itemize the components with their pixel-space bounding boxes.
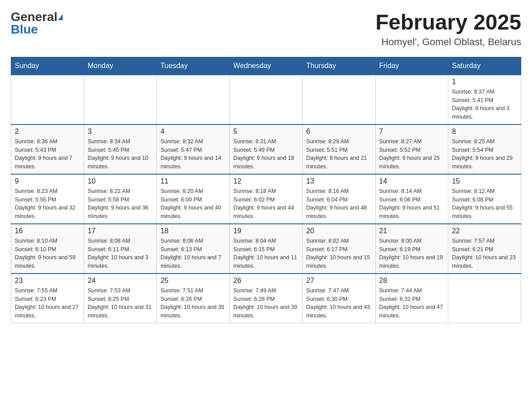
day-info: Sunrise: 7:55 AMSunset: 6:23 PMDaylight:… — [15, 287, 80, 320]
calendar-cell: 18Sunrise: 8:06 AMSunset: 6:13 PMDayligh… — [157, 224, 230, 274]
logo-general-text: General — [11, 11, 57, 23]
day-number: 9 — [15, 177, 80, 185]
day-info: Sunrise: 8:12 AMSunset: 6:08 PMDaylight:… — [452, 187, 517, 221]
day-info: Sunrise: 8:27 AMSunset: 5:52 PMDaylight:… — [379, 137, 445, 171]
header-wednesday: Wednesday — [230, 57, 303, 75]
day-number: 14 — [379, 177, 445, 185]
day-info: Sunrise: 8:32 AMSunset: 5:47 PMDaylight:… — [160, 137, 226, 171]
day-info: Sunrise: 8:02 AMSunset: 6:17 PMDaylight:… — [306, 237, 372, 270]
calendar-week-row: 16Sunrise: 8:10 AMSunset: 6:10 PMDayligh… — [11, 224, 521, 274]
header-sunday: Sunday — [11, 57, 84, 75]
day-number: 22 — [452, 227, 517, 235]
calendar-cell: 6Sunrise: 8:29 AMSunset: 5:51 PMDaylight… — [302, 124, 375, 174]
day-info: Sunrise: 7:57 AMSunset: 6:21 PMDaylight:… — [452, 237, 517, 270]
logo-blue-text: Blue — [11, 23, 38, 36]
calendar-cell: 3Sunrise: 8:34 AMSunset: 5:45 PMDaylight… — [84, 124, 157, 174]
calendar-cell: 12Sunrise: 8:18 AMSunset: 6:02 PMDayligh… — [230, 174, 303, 224]
day-number: 23 — [15, 277, 80, 285]
day-info: Sunrise: 7:47 AMSunset: 6:30 PMDaylight:… — [306, 287, 372, 320]
day-number: 3 — [88, 128, 153, 136]
day-number: 27 — [306, 277, 372, 285]
calendar-subtitle: Homyel', Gomel Oblast, Belarus — [375, 36, 521, 48]
header-thursday: Thursday — [302, 57, 375, 75]
day-number: 19 — [233, 227, 299, 235]
calendar-cell: 19Sunrise: 8:04 AMSunset: 6:15 PMDayligh… — [230, 224, 303, 274]
day-info: Sunrise: 7:44 AMSunset: 6:32 PMDaylight:… — [379, 287, 445, 320]
calendar-cell: 5Sunrise: 8:31 AMSunset: 5:49 PMDaylight… — [230, 124, 303, 174]
day-info: Sunrise: 8:25 AMSunset: 5:54 PMDaylight:… — [452, 137, 517, 171]
day-info: Sunrise: 8:31 AMSunset: 5:49 PMDaylight:… — [233, 137, 299, 171]
day-number: 10 — [88, 177, 153, 185]
calendar-cell — [448, 274, 521, 323]
day-number: 4 — [160, 128, 226, 136]
day-info: Sunrise: 8:00 AMSunset: 6:19 PMDaylight:… — [379, 237, 445, 270]
day-number: 28 — [379, 277, 445, 285]
calendar-week-row: 23Sunrise: 7:55 AMSunset: 6:23 PMDayligh… — [11, 274, 521, 323]
day-info: Sunrise: 8:06 AMSunset: 6:13 PMDaylight:… — [160, 237, 226, 270]
calendar-cell: 10Sunrise: 8:22 AMSunset: 5:58 PMDayligh… — [84, 174, 157, 224]
day-info: Sunrise: 8:29 AMSunset: 5:51 PMDaylight:… — [306, 137, 372, 171]
day-info: Sunrise: 8:22 AMSunset: 5:58 PMDaylight:… — [88, 187, 153, 221]
calendar-cell: 27Sunrise: 7:47 AMSunset: 6:30 PMDayligh… — [302, 274, 375, 323]
header-friday: Friday — [375, 57, 448, 75]
day-number: 5 — [233, 128, 299, 136]
day-number: 6 — [306, 128, 372, 136]
calendar-header-row: Sunday Monday Tuesday Wednesday Thursday… — [11, 57, 521, 75]
day-info: Sunrise: 8:08 AMSunset: 6:11 PMDaylight:… — [88, 237, 153, 270]
logo-triangle-icon — [58, 14, 63, 20]
day-number: 12 — [233, 177, 299, 185]
day-number: 7 — [379, 128, 445, 136]
day-info: Sunrise: 8:36 AMSunset: 5:43 PMDaylight:… — [15, 137, 80, 171]
calendar-cell: 21Sunrise: 8:00 AMSunset: 6:19 PMDayligh… — [375, 224, 448, 274]
calendar-cell: 17Sunrise: 8:08 AMSunset: 6:11 PMDayligh… — [84, 224, 157, 274]
title-block: February 2025 Homyel', Gomel Oblast, Bel… — [375, 11, 521, 48]
day-info: Sunrise: 8:20 AMSunset: 6:00 PMDaylight:… — [160, 187, 226, 221]
calendar-cell — [302, 75, 375, 124]
logo: General Blue — [11, 11, 63, 36]
calendar-cell: 25Sunrise: 7:51 AMSunset: 6:26 PMDayligh… — [157, 274, 230, 323]
calendar-cell: 22Sunrise: 7:57 AMSunset: 6:21 PMDayligh… — [448, 224, 521, 274]
calendar-title: February 2025 — [375, 11, 521, 34]
day-number: 18 — [160, 227, 226, 235]
day-number: 26 — [233, 277, 299, 285]
header-saturday: Saturday — [448, 57, 521, 75]
calendar-cell — [230, 75, 303, 124]
day-number: 16 — [15, 227, 80, 235]
calendar-cell: 1Sunrise: 8:37 AMSunset: 5:41 PMDaylight… — [448, 75, 521, 124]
header-monday: Monday — [84, 57, 157, 75]
calendar-cell: 24Sunrise: 7:53 AMSunset: 6:25 PMDayligh… — [84, 274, 157, 323]
calendar-cell: 4Sunrise: 8:32 AMSunset: 5:47 PMDaylight… — [157, 124, 230, 174]
day-number: 13 — [306, 177, 372, 185]
calendar-cell: 9Sunrise: 8:23 AMSunset: 5:56 PMDaylight… — [11, 174, 84, 224]
day-number: 15 — [452, 177, 517, 185]
calendar-week-row: 9Sunrise: 8:23 AMSunset: 5:56 PMDaylight… — [11, 174, 521, 224]
day-info: Sunrise: 7:49 AMSunset: 6:28 PMDaylight:… — [233, 287, 299, 320]
calendar-cell: 13Sunrise: 8:16 AMSunset: 6:04 PMDayligh… — [302, 174, 375, 224]
header-tuesday: Tuesday — [157, 57, 230, 75]
day-info: Sunrise: 8:10 AMSunset: 6:10 PMDaylight:… — [15, 237, 80, 270]
calendar-cell: 14Sunrise: 8:14 AMSunset: 6:06 PMDayligh… — [375, 174, 448, 224]
calendar-cell — [157, 75, 230, 124]
day-info: Sunrise: 8:37 AMSunset: 5:41 PMDaylight:… — [452, 88, 517, 121]
calendar-cell: 28Sunrise: 7:44 AMSunset: 6:32 PMDayligh… — [375, 274, 448, 323]
calendar-cell: 26Sunrise: 7:49 AMSunset: 6:28 PMDayligh… — [230, 274, 303, 323]
calendar-cell: 8Sunrise: 8:25 AMSunset: 5:54 PMDaylight… — [448, 124, 521, 174]
calendar-week-row: 1Sunrise: 8:37 AMSunset: 5:41 PMDaylight… — [11, 75, 521, 124]
day-info: Sunrise: 8:14 AMSunset: 6:06 PMDaylight:… — [379, 187, 445, 221]
day-info: Sunrise: 8:16 AMSunset: 6:04 PMDaylight:… — [306, 187, 372, 221]
calendar-cell: 20Sunrise: 8:02 AMSunset: 6:17 PMDayligh… — [302, 224, 375, 274]
calendar-cell: 11Sunrise: 8:20 AMSunset: 6:00 PMDayligh… — [157, 174, 230, 224]
day-info: Sunrise: 8:18 AMSunset: 6:02 PMDaylight:… — [233, 187, 299, 221]
page-header: General Blue February 2025 Homyel', Gome… — [11, 11, 521, 48]
calendar-cell: 2Sunrise: 8:36 AMSunset: 5:43 PMDaylight… — [11, 124, 84, 174]
calendar-cell: 23Sunrise: 7:55 AMSunset: 6:23 PMDayligh… — [11, 274, 84, 323]
day-number: 11 — [160, 177, 226, 185]
calendar-cell — [84, 75, 157, 124]
day-number: 25 — [160, 277, 226, 285]
calendar-cell: 7Sunrise: 8:27 AMSunset: 5:52 PMDaylight… — [375, 124, 448, 174]
day-info: Sunrise: 8:23 AMSunset: 5:56 PMDaylight:… — [15, 187, 80, 221]
day-number: 21 — [379, 227, 445, 235]
calendar-cell: 16Sunrise: 8:10 AMSunset: 6:10 PMDayligh… — [11, 224, 84, 274]
day-number: 20 — [306, 227, 372, 235]
calendar-week-row: 2Sunrise: 8:36 AMSunset: 5:43 PMDaylight… — [11, 124, 521, 174]
